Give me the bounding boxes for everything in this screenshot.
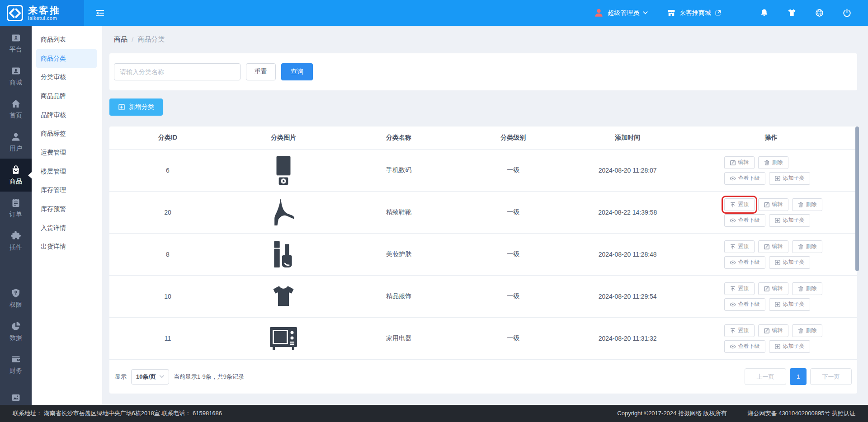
submenu-item-brand-audit[interactable]: 品牌审核 — [36, 106, 97, 125]
sidebar-item-permission[interactable]: 权限 — [0, 282, 32, 315]
sidebar-item-data[interactable]: 数据 — [0, 315, 32, 348]
bell-icon[interactable] — [760, 8, 769, 18]
next-page-button[interactable]: 下一页 — [810, 368, 852, 385]
view-sub-button[interactable]: 查看下级 — [724, 256, 765, 269]
logo[interactable]: 来客推 laiketui.com — [0, 0, 84, 26]
high-heel-icon — [269, 199, 297, 226]
submenu-item-goods-tag[interactable]: 商品标签 — [36, 124, 97, 143]
cell-category-level: 一级 — [456, 250, 570, 258]
sidebar-item-label: 商品 — [9, 178, 22, 186]
page-number-1[interactable]: 1 — [790, 368, 807, 385]
pagination-bar: 显示 10条/页 当前显示1-9条，共9条记录 上一页 1 下一页 — [109, 359, 857, 394]
edit-button[interactable]: 编辑 — [758, 240, 788, 253]
sidebar-item-plugin[interactable]: 插件 — [0, 225, 32, 258]
delete-button[interactable]: 删除 — [792, 198, 822, 211]
footer-beian[interactable]: 湘公网安备 43010402000895号 执照认证 — [748, 409, 855, 417]
cell-add-time: 2024-08-20 11:28:07 — [570, 167, 685, 174]
submenu-item-goods-list[interactable]: 商品列表 — [36, 30, 97, 49]
sidebar-item-label: 用户 — [9, 145, 22, 153]
add-sub-button[interactable]: 添加子类 — [769, 214, 810, 227]
add-sub-button[interactable]: 添加子类 — [769, 256, 810, 269]
page-size-select[interactable]: 10条/页 — [131, 369, 169, 384]
breadcrumb-parent[interactable]: 商品 — [114, 35, 127, 44]
sidebar-item-label: 订单 — [9, 211, 22, 219]
cell-category-level: 一级 — [456, 166, 570, 174]
submenu-item-freight[interactable]: 运费管理 — [36, 143, 97, 162]
delete-button[interactable]: 删除 — [792, 240, 822, 253]
chevron-down-icon — [643, 11, 648, 14]
submenu-item-goods-brand[interactable]: 商品品牌 — [36, 87, 97, 106]
add-sub-button[interactable]: 添加子类 — [769, 172, 810, 185]
cell-category-id: 6 — [109, 167, 226, 174]
add-category-label: 新增分类 — [129, 103, 154, 111]
home-icon — [10, 98, 21, 109]
table-row: 6 手机数码 一级 2024-08-20 11:28:07 编辑 删除 查看下级… — [109, 149, 857, 191]
add-sub-button[interactable]: 添加子类 — [769, 340, 810, 353]
submenu-item-category-audit[interactable]: 分类审核 — [36, 68, 97, 87]
edit-button[interactable]: 编辑 — [758, 198, 788, 211]
view-sub-button[interactable]: 查看下级 — [724, 172, 765, 185]
pin-top-button[interactable]: 置顶 — [724, 282, 755, 295]
delete-button[interactable]: 删除 — [792, 324, 822, 337]
sidebar-item-user[interactable]: 用户 — [0, 126, 32, 159]
reset-button[interactable]: 重置 — [246, 63, 276, 80]
table-row: 20 精致鞋靴 一级 2024-08-22 14:39:58 置顶 编辑 删除 … — [109, 191, 857, 233]
delete-button[interactable]: 删除 — [758, 156, 788, 169]
submenu-item-stock[interactable]: 库存管理 — [36, 181, 97, 200]
cell-category-id: 10 — [109, 293, 226, 300]
user-icon — [10, 131, 21, 142]
submenu-item-inbound[interactable]: 入货详情 — [36, 219, 97, 238]
cell-add-time: 2024-08-20 11:28:48 — [570, 251, 685, 258]
breadcrumb-current: 商品分类 — [137, 35, 165, 44]
submenu-item-goods-category[interactable]: 商品分类 — [36, 49, 97, 68]
submenu-item-stock-warning[interactable]: 库存预警 — [36, 200, 97, 219]
pin-top-button[interactable]: 置顶 — [724, 240, 755, 253]
sidebar-item-label: 商城 — [9, 79, 22, 87]
view-sub-button[interactable]: 查看下级 — [724, 298, 765, 311]
image-icon — [10, 392, 21, 403]
vertical-scrollbar[interactable] — [855, 127, 859, 271]
sub-sidebar: 商品列表 商品分类 分类审核 商品品牌 品牌审核 商品标签 运费管理 楼层管理 … — [32, 26, 102, 422]
sidebar-item-goods[interactable]: 商品 — [0, 159, 32, 192]
submenu-item-outbound[interactable]: 出货详情 — [36, 238, 97, 257]
sidebar-item-platform[interactable]: 平台 — [0, 27, 32, 60]
edit-button[interactable]: 编辑 — [724, 156, 755, 169]
sidebar-item-label: 数据 — [9, 334, 22, 342]
top-bar: 来客推 laiketui.com 超级管理员 来客推商城 — [0, 0, 868, 26]
sidebar-item-mall[interactable]: 商城 — [0, 60, 32, 93]
query-button[interactable]: 查询 — [281, 63, 313, 80]
col-header-actions: 操作 — [685, 134, 857, 142]
pagination-summary: 当前显示1-9条，共9条记录 — [174, 373, 244, 381]
view-sub-button[interactable]: 查看下级 — [724, 340, 765, 353]
mall-link[interactable]: 来客推商城 — [667, 9, 722, 18]
cell-add-time: 2024-08-20 11:31:32 — [570, 335, 685, 342]
category-name-input[interactable] — [114, 63, 241, 80]
admin-menu[interactable]: 超级管理员 — [594, 8, 648, 18]
pin-top-button[interactable]: 置顶 — [724, 198, 755, 211]
add-category-button[interactable]: 新增分类 — [109, 98, 163, 116]
sidebar-item-home[interactable]: 首页 — [0, 93, 32, 126]
breadcrumb: 商品 / 商品分类 — [109, 26, 857, 53]
tshirt-icon[interactable] — [787, 8, 797, 18]
sidebar-item-order[interactable]: 订单 — [0, 192, 32, 225]
prev-page-button[interactable]: 上一页 — [745, 368, 786, 385]
main-content: 商品 / 商品分类 重置 查询 新增分类 分类ID 分类图片 分类名称 分类级别… — [102, 26, 868, 422]
sidebar-item-finance[interactable]: 财务 — [0, 348, 32, 381]
submenu-item-floor[interactable]: 楼层管理 — [36, 162, 97, 181]
platform-card-icon — [10, 33, 21, 43]
globe-icon[interactable] — [815, 8, 824, 18]
collapse-menu-icon[interactable] — [95, 8, 105, 18]
cell-category-name: 家用电器 — [341, 334, 457, 342]
pin-top-button[interactable]: 置顶 — [724, 324, 755, 337]
add-sub-button[interactable]: 添加子类 — [769, 298, 810, 311]
tshirt-icon — [270, 283, 297, 310]
finance-wallet-icon — [10, 354, 21, 365]
power-icon[interactable] — [842, 8, 852, 18]
view-sub-button[interactable]: 查看下级 — [724, 214, 765, 227]
admin-name: 超级管理员 — [608, 9, 639, 17]
table-row: 10 精品服饰 一级 2024-08-20 11:29:54 置顶 编辑 删除 … — [109, 275, 857, 317]
edit-button[interactable]: 编辑 — [758, 324, 788, 337]
edit-button[interactable]: 编辑 — [758, 282, 788, 295]
delete-button[interactable]: 删除 — [792, 282, 822, 295]
page-size-value: 10条/页 — [136, 373, 156, 381]
